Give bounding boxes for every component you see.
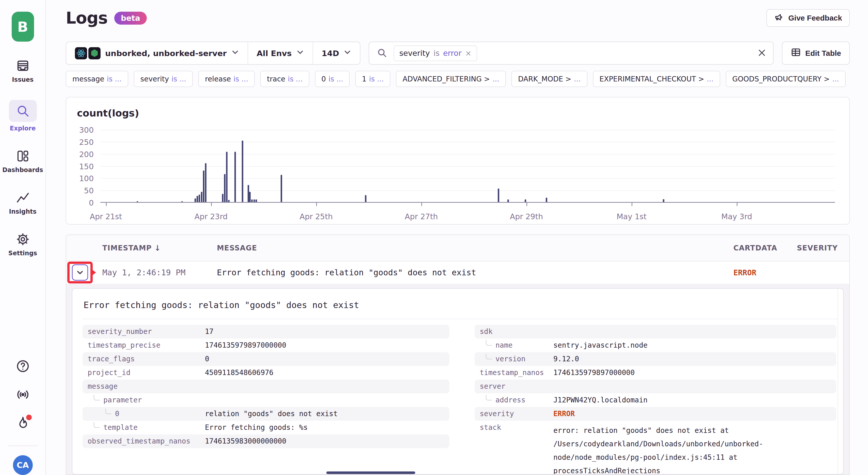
sidebar-item-label: Insights xyxy=(9,208,37,215)
org-logo[interactable]: B xyxy=(12,12,34,42)
chart-bar[interactable] xyxy=(253,199,255,202)
chart-bar[interactable] xyxy=(235,152,236,202)
notification-dot xyxy=(26,415,32,420)
detail-field-row[interactable]: version9.12.0 xyxy=(475,352,836,366)
expand-row-button[interactable] xyxy=(72,264,88,281)
column-header-timestamp[interactable]: TIMESTAMP ↓ xyxy=(102,244,217,252)
detail-field-row[interactable]: parameter xyxy=(83,393,449,407)
chart-bar[interactable] xyxy=(248,185,249,202)
sidebar-item-explore[interactable]: Explore xyxy=(2,100,43,132)
chart-bar[interactable] xyxy=(255,199,257,202)
chart-bar[interactable] xyxy=(663,199,664,202)
chart-bar[interactable] xyxy=(226,152,227,202)
edit-table-button[interactable]: Edit Table xyxy=(782,42,850,65)
column-header-severity[interactable]: SEVERITY xyxy=(797,244,849,252)
attribute-chip[interactable]: GOODS_PRODUCTQUERY >... xyxy=(726,71,846,87)
help-icon[interactable] xyxy=(16,359,30,374)
chart-bar[interactable] xyxy=(194,198,196,202)
attribute-chip[interactable]: ADVANCED_FILTERING >... xyxy=(396,71,506,87)
detail-field-row[interactable]: message xyxy=(83,380,449,393)
column-header-message[interactable]: MESSAGE xyxy=(217,244,734,252)
gridline xyxy=(100,166,835,167)
chart-bar[interactable] xyxy=(281,175,282,202)
field-value: 17 xyxy=(205,328,444,335)
chart-bar[interactable] xyxy=(136,201,138,202)
horizontal-scrollbar-thumb[interactable] xyxy=(326,471,415,474)
whats-new-flame-icon[interactable] xyxy=(16,416,30,430)
chart-bar[interactable] xyxy=(201,192,203,202)
sidebar: B IssuesExploreDashboardsInsightsSetting… xyxy=(0,0,46,475)
chevron-down-icon xyxy=(76,269,84,276)
sidebar-item-dashboards[interactable]: Dashboards xyxy=(2,149,43,174)
chart-bar[interactable] xyxy=(196,196,198,202)
detail-field-row[interactable]: trace_flags0 xyxy=(83,352,449,366)
attribute-chip[interactable]: traceis ... xyxy=(260,71,309,87)
logs-count-chart: count(logs) 050100150200250300 Apr 21stA… xyxy=(66,97,850,225)
chart-bar[interactable] xyxy=(249,192,251,202)
attribute-chip[interactable]: 1is ... xyxy=(355,71,390,87)
date-range-selector[interactable]: 14D xyxy=(313,42,360,64)
detail-field-row[interactable]: project_id4509118548606976 xyxy=(83,366,449,380)
environment-selector[interactable]: All Envs xyxy=(248,42,313,64)
chart-bar[interactable] xyxy=(498,189,499,202)
sidebar-item-issues[interactable]: Issues xyxy=(2,58,43,83)
detail-field-row[interactable]: timestamp_precise1746135979897000000 xyxy=(83,338,449,352)
field-value: 1746135979897000000 xyxy=(205,342,444,349)
sidebar-item-settings[interactable]: Settings xyxy=(2,232,43,257)
detail-field-row[interactable]: server xyxy=(475,380,836,393)
user-avatar[interactable]: CA xyxy=(13,455,33,475)
chart-bar[interactable] xyxy=(205,163,207,202)
clear-search-icon[interactable] xyxy=(757,48,767,58)
token-close-icon[interactable]: × xyxy=(465,49,471,58)
search-filter-token[interactable]: severity is error × xyxy=(394,45,477,61)
field-key: severity xyxy=(480,410,553,418)
chart-bar[interactable] xyxy=(228,200,229,202)
detail-scrollbar[interactable] xyxy=(838,289,838,474)
detail-field-row[interactable]: addressJ12PWN42YQ.localdomain xyxy=(475,393,836,407)
field-key: observed_timestamp_nanos xyxy=(88,437,205,445)
log-table-row[interactable]: May 1, 2:46:19 PM Error fetching goods: … xyxy=(66,261,849,284)
give-feedback-button[interactable]: Give Feedback xyxy=(767,9,850,27)
chart-bar[interactable] xyxy=(251,199,253,202)
search-input[interactable]: severity is error × xyxy=(369,42,773,65)
y-axis-tick-label: 300 xyxy=(79,126,94,134)
node-icon xyxy=(88,47,100,59)
detail-field-row[interactable]: severityERROR xyxy=(475,407,836,421)
chart-plot-area[interactable]: Apr 21stApr 23rdApr 25thApr 27thApr 29th… xyxy=(100,130,835,203)
attribute-chip[interactable]: DARK_MODE >... xyxy=(512,71,587,87)
chart-bar[interactable] xyxy=(181,201,183,202)
detail-field-row[interactable]: sdk xyxy=(475,325,836,338)
sidebar-item-insights[interactable]: Insights xyxy=(2,190,43,215)
field-value: 4509118548606976 xyxy=(205,369,444,377)
attribute-chip[interactable]: severityis ... xyxy=(134,71,193,87)
app-window: B IssuesExploreDashboardsInsightsSetting… xyxy=(0,0,868,475)
x-axis-tick xyxy=(106,202,107,206)
detail-field-row[interactable]: templateError fetching goods: %s xyxy=(83,421,449,434)
chart-bar[interactable] xyxy=(224,174,225,202)
y-axis-tick-label: 250 xyxy=(79,138,94,146)
chart-bar[interactable] xyxy=(546,198,547,202)
broadcast-icon[interactable] xyxy=(16,387,30,402)
attribute-chip[interactable]: messageis ... xyxy=(66,71,128,87)
attribute-chip[interactable]: releaseis ... xyxy=(198,71,255,87)
chart-bar[interactable] xyxy=(242,141,243,202)
detail-field-row[interactable]: timestamp_nanos1746135979897000000 xyxy=(475,366,836,380)
detail-field-row[interactable]: severity_number17 xyxy=(83,325,449,338)
column-header-cartdata[interactable]: CARTDATA xyxy=(734,244,797,252)
x-axis-tick xyxy=(526,202,527,206)
detail-field-row[interactable]: namesentry.javascript.node xyxy=(475,338,836,352)
chart-bar[interactable] xyxy=(507,199,509,202)
attribute-chip[interactable]: 0is ... xyxy=(315,71,350,87)
project-selector[interactable]: unborked, unborked-server xyxy=(66,42,248,64)
chart-bar[interactable] xyxy=(222,194,223,202)
detail-field-row[interactable]: 0relation "goods" does not exist xyxy=(83,407,449,421)
gear-icon xyxy=(16,232,30,247)
x-axis-tick xyxy=(316,202,317,206)
detail-field-row[interactable]: stackerror: relation "goods" does not ex… xyxy=(475,421,836,474)
detail-field-row[interactable]: observed_timestamp_nanos1746135983000000… xyxy=(83,434,449,448)
chart-bar[interactable] xyxy=(198,195,200,202)
chart-bar[interactable] xyxy=(203,171,205,202)
chart-bar[interactable] xyxy=(365,195,367,202)
attribute-chip[interactable]: EXPERIMENTAL_CHECKOUT >... xyxy=(593,71,720,87)
chart-bar[interactable] xyxy=(525,199,526,202)
